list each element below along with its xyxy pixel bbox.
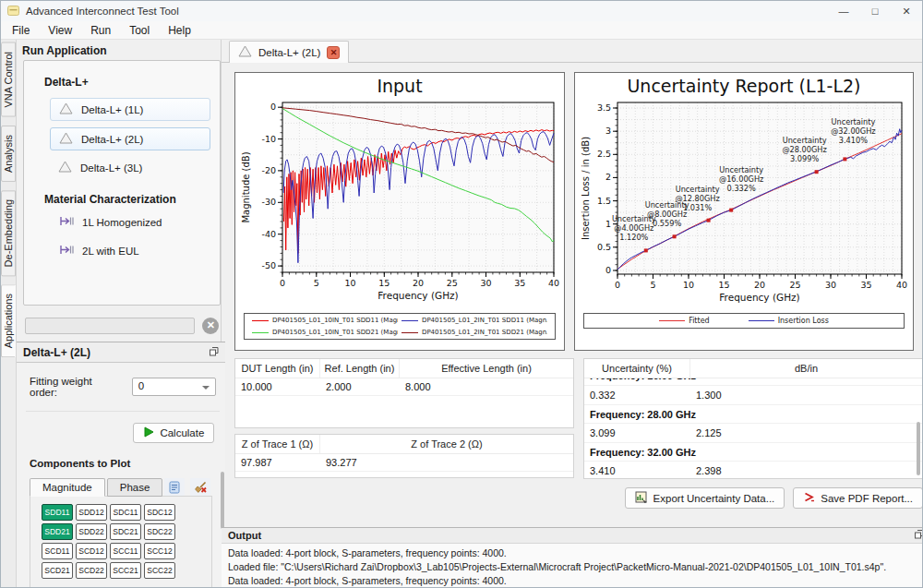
menu-tool[interactable]: Tool [120, 22, 159, 39]
legend-label: DP401505_L01_2IN_T01 SDD11 (Magn.) [422, 317, 547, 324]
svg-text:0.5: 0.5 [597, 242, 611, 252]
ref-length-value[interactable]: 2.000 [320, 378, 400, 395]
minimize-icon[interactable]: — [828, 1, 859, 21]
uncertainty-data-row[interactable]: 0.332 1.300 [584, 385, 922, 404]
tab-magnitude[interactable]: Magnitude [30, 478, 105, 497]
svg-text:1.120%: 1.120% [619, 233, 648, 242]
svg-text:-20: -20 [261, 165, 276, 175]
col-z-trace1[interactable]: Z of Trace 1 (Ω) [235, 435, 320, 453]
component-scc11[interactable]: SCC11 [110, 543, 141, 559]
svg-text:@32.00GHz: @32.00GHz [831, 126, 875, 136]
component-sdd12[interactable]: SDD12 [76, 504, 107, 521]
uncertainty-data-row[interactable]: 3.099 2.125 [584, 423, 922, 442]
svg-text:2.5: 2.5 [597, 149, 611, 159]
svg-text:0: 0 [605, 265, 611, 275]
close-icon[interactable]: ✕ [891, 1, 922, 21]
float-panel-icon[interactable] [915, 530, 923, 541]
side-tab-analysis[interactable]: Analysis [1, 126, 16, 182]
material-2l-with-eul[interactable]: 2L with EUL [59, 244, 212, 258]
component-sdd22[interactable]: SDD22 [76, 523, 107, 540]
doc-tab-delta-l-2l[interactable]: Delta-L+ (2L) ✕ [229, 41, 349, 63]
delta-l-2l-panel: Delta-L+ (2L) Fitting weight order: 0 [17, 342, 225, 588]
calculate-button[interactable]: Calculate [133, 423, 214, 443]
menu-view[interactable]: View [39, 22, 81, 39]
components-to-plot-label: Components to Plot [30, 458, 216, 469]
dut-length-value[interactable]: 10.000 [235, 378, 320, 395]
svg-text:Insertion Loss / in (dB): Insertion Loss / in (dB) [581, 137, 591, 240]
triangle-icon [59, 132, 73, 146]
input-chart-plot[interactable]: 05101520253035400-10-20-30-40-50Frequenc… [239, 96, 560, 312]
panel-scrollbar[interactable] [221, 472, 224, 529]
side-tab-de-embedding[interactable]: De-Embedding [1, 190, 16, 276]
menu-file[interactable]: File [3, 22, 39, 39]
progress-row: ✕ [17, 309, 225, 342]
export-uncertainty-button[interactable]: Export Uncertainty Data... [625, 487, 785, 509]
tab-close-icon[interactable]: ✕ [327, 46, 340, 59]
maximize-icon[interactable]: □ [859, 1, 891, 21]
col-db-per-in[interactable]: dB/in [690, 359, 922, 378]
side-tab-vna-control[interactable]: VNA Control [1, 42, 16, 117]
uncertainty-group-row[interactable]: Frequency: 32.00 GHz [584, 442, 922, 461]
triangle-icon [238, 45, 252, 59]
float-panel-icon[interactable] [210, 346, 219, 359]
col-dut-length[interactable]: DUT Length (in) [235, 359, 320, 378]
col-uncertainty-pct[interactable]: Uncertainty (%) [584, 359, 690, 378]
component-scd11[interactable]: SCD11 [42, 543, 73, 559]
svg-text:20: 20 [413, 278, 424, 288]
mapsto-icon [59, 215, 75, 229]
output-line: Data loaded: 4-port block, S-parameters,… [228, 574, 923, 588]
tab-phase[interactable]: Phase [107, 478, 163, 497]
main-area: Delta-L+ (2L) ✕ Input 05101520253035400-… [221, 40, 923, 588]
svg-text:0: 0 [280, 278, 285, 288]
col-effective-length[interactable]: Effective Length (in) [400, 359, 573, 378]
uncertainty-group-row[interactable]: Frequency: 16.00 GHz [584, 378, 922, 385]
side-tab-applications[interactable]: Applications [1, 284, 16, 357]
svg-text:1.5: 1.5 [597, 196, 611, 206]
material-group-label: Material Characterization [44, 193, 212, 206]
legend-entry: DP401505_L01_2IN_T01 SDD21 (Magn.) [402, 329, 547, 336]
svg-text:40: 40 [896, 280, 907, 290]
svg-text:0.559%: 0.559% [653, 219, 681, 228]
clear-plots-icon[interactable] [190, 478, 210, 496]
component-sdc12[interactable]: SDC12 [144, 504, 175, 521]
component-sdd11[interactable]: SDD11 [42, 504, 73, 521]
z-trace2-value[interactable]: 93.277 [320, 454, 573, 471]
legend-label: DP401505_L01_10IN_T01 SDD11 (Magn.) [272, 317, 398, 324]
component-sdd21[interactable]: SDD21 [42, 523, 73, 540]
menu-help[interactable]: Help [159, 22, 200, 39]
component-scd21[interactable]: SCD21 [42, 562, 73, 579]
component-sdc22[interactable]: SDC22 [144, 523, 175, 540]
run-application-groupbox: Delta-L+ Delta-L+ (1L) Delta-L+ (2L) Del… [23, 60, 221, 306]
component-scd22[interactable]: SCD22 [76, 562, 107, 579]
z-trace1-value[interactable]: 97.987 [235, 454, 320, 471]
effective-length-value[interactable]: 8.000 [400, 378, 573, 395]
component-sdc11[interactable]: SDC11 [110, 504, 141, 521]
component-sdc21[interactable]: SDC21 [110, 523, 141, 540]
material-1l-homogenized[interactable]: 1L Homogenized [59, 215, 212, 229]
svg-text:@8.00GHz: @8.00GHz [647, 210, 687, 219]
progress-bar [25, 318, 195, 334]
component-scc21[interactable]: SCC21 [110, 562, 141, 579]
table-scrollbar[interactable] [917, 422, 920, 475]
fitting-weight-select[interactable]: 0 [132, 378, 217, 396]
report-icon[interactable] [164, 478, 185, 496]
component-scd12[interactable]: SCD12 [76, 543, 107, 559]
component-scc12[interactable]: SCC12 [144, 543, 175, 559]
plot-tabs: Magnitude Phase [30, 477, 216, 496]
delta-panel-title: Delta-L+ (2L) [23, 346, 90, 359]
uncertainty-group-row[interactable]: Frequency: 28.00 GHz [584, 404, 922, 423]
cancel-icon[interactable]: ✕ [202, 318, 219, 334]
save-pdf-button[interactable]: Save PDF Report... [793, 487, 923, 509]
uncertainty-chart-plot[interactable]: 051015202530354000.511.522.533.5Uncertai… [579, 96, 909, 312]
menu-run[interactable]: Run [81, 22, 120, 39]
col-z-trace2[interactable]: Z of Trace 2 (Ω) [320, 435, 573, 453]
delta-l-1l-button[interactable]: Delta-L+ (1L) [50, 98, 210, 121]
output-log[interactable]: Data loaded: 4-port block, S-parameters,… [222, 544, 923, 588]
uncertainty-data-row[interactable]: 3.410 2.398 [584, 461, 922, 479]
delta-l-3l-button[interactable]: Delta-L+ (3L) [50, 157, 210, 178]
component-scc22[interactable]: SCC22 [144, 562, 175, 579]
document-content: Input 05101520253035400-10-20-30-40-50Fr… [222, 63, 923, 527]
delta-l-2l-button[interactable]: Delta-L+ (2L) [50, 127, 210, 150]
impedance-table: Z of Trace 1 (Ω) Z of Trace 2 (Ω) 97.987… [234, 434, 574, 478]
col-ref-length[interactable]: Ref. Length (in) [320, 359, 400, 378]
